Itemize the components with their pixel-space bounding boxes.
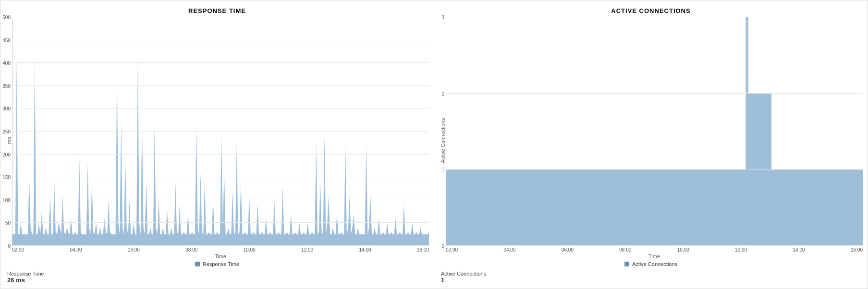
active-connections-title: ACTIVE CONNECTIONS <box>439 7 863 14</box>
response-time-x-axis: 02:0004:0006:0008:0010:0012:0014:0016:00 <box>12 246 429 253</box>
active-connections-summary-label: Active Connections <box>441 271 863 277</box>
active-connections-chart-inner: 0123 02:0004:0006:0008:0010:0012:0014:00… <box>446 17 863 259</box>
response-time-x-axis-label: Time <box>12 253 429 259</box>
response-time-legend-icon <box>195 262 200 266</box>
response-time-chart-area: ms 050100150200250300350400450500 02:000… <box>5 17 429 259</box>
response-time-grid: 050100150200250300350400450500 <box>12 17 429 246</box>
response-time-legend: Response Time <box>5 261 429 267</box>
response-time-summary: Response Time 26 ms <box>5 271 429 284</box>
active-connections-legend-label: Active Connections <box>632 261 677 267</box>
response-time-panel: RESPONSE TIME ms 05010015020025030035040… <box>0 0 434 289</box>
response-time-summary-value: 26 ms <box>7 277 429 284</box>
active-connections-grid: 0123 <box>446 17 863 246</box>
active-connections-chart-area: Active Connections 0123 02:0004:0006:000… <box>439 17 863 259</box>
active-connections-summary: Active Connections 1 <box>439 271 863 284</box>
active-connections-summary-value: 1 <box>441 277 863 284</box>
response-time-legend-label: Response Time <box>203 261 239 267</box>
active-connections-svg <box>446 17 863 246</box>
active-connections-legend-icon <box>624 262 629 266</box>
active-connections-x-axis-label: Time <box>446 253 863 259</box>
active-connections-legend: Active Connections <box>439 261 863 267</box>
response-time-summary-label: Response Time <box>7 271 429 277</box>
active-connections-x-axis: 02:0004:0006:0008:0010:0012:0014:0016:00 <box>446 246 863 253</box>
response-time-chart-inner: 050100150200250300350400450500 02:0004:0… <box>12 17 429 259</box>
response-time-title: RESPONSE TIME <box>5 7 429 14</box>
active-connections-panel: ACTIVE CONNECTIONS Active Connections 01… <box>434 0 868 289</box>
active-connections-y-label: Active Connections <box>439 22 446 259</box>
response-time-svg <box>12 17 429 246</box>
